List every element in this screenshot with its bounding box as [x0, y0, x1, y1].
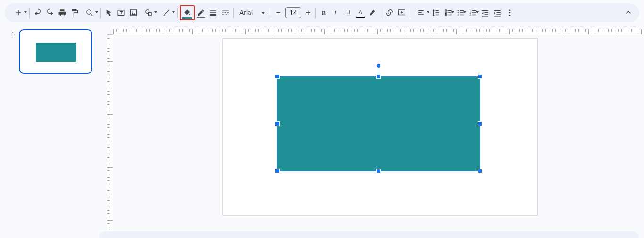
insert-link-button[interactable] [383, 7, 396, 19]
svg-point-23 [509, 15, 511, 16]
more-options-button[interactable] [504, 7, 516, 19]
separator [177, 8, 178, 18]
rotation-handle[interactable] [376, 63, 381, 68]
new-slide-button[interactable] [9, 7, 27, 19]
svg-rect-13 [445, 12, 446, 14]
border-dash-button[interactable] [219, 7, 231, 19]
resize-handle-w[interactable] [275, 121, 280, 126]
undo-button[interactable] [32, 7, 44, 19]
slide-number: 1 [11, 31, 15, 38]
resize-handle-sw[interactable] [275, 169, 280, 173]
separator [381, 8, 381, 18]
border-color-swatch [197, 17, 205, 18]
svg-rect-14 [445, 14, 446, 16]
separator [100, 8, 101, 18]
resize-handle-ne[interactable] [478, 74, 482, 79]
align-button[interactable] [412, 7, 430, 19]
bulleted-list-button[interactable] [454, 7, 467, 19]
border-color-button[interactable] [195, 7, 207, 19]
svg-text:I: I [334, 10, 336, 17]
decrease-font-button[interactable]: − [273, 8, 283, 18]
increase-font-button[interactable]: + [303, 8, 314, 18]
svg-point-6 [189, 14, 190, 15]
bottom-bar [99, 231, 639, 238]
separator [29, 8, 30, 18]
border-weight-button[interactable] [207, 7, 219, 19]
fill-color-button[interactable] [180, 5, 195, 20]
bold-button[interactable]: B [318, 7, 330, 19]
thumbnail-shape [36, 43, 76, 62]
line-button[interactable] [157, 7, 175, 19]
svg-rect-12 [445, 10, 446, 11]
svg-point-0 [87, 10, 91, 14]
svg-point-4 [146, 10, 149, 14]
slide-thumbnail-panel: 1 [0, 27, 99, 238]
paint-format-button[interactable] [68, 7, 81, 19]
svg-text:U: U [347, 9, 350, 15]
italic-button[interactable]: I [330, 7, 342, 19]
font-size-group: − + [273, 7, 314, 18]
text-color-swatch [356, 17, 365, 18]
decrease-indent-button[interactable] [479, 7, 491, 19]
redo-button[interactable] [44, 7, 56, 19]
svg-text:A: A [359, 9, 363, 15]
shape-button[interactable] [140, 7, 157, 19]
text-color-button[interactable]: A [355, 7, 367, 19]
canvas-area[interactable] [113, 35, 644, 238]
font-size-input[interactable] [285, 7, 301, 18]
svg-point-3 [132, 11, 133, 12]
toolbar: Arial − + B I U A [5, 3, 639, 22]
insert-comment-button[interactable] [396, 7, 408, 19]
svg-point-16 [458, 12, 459, 13]
svg-point-17 [458, 14, 459, 15]
resize-handle-n[interactable] [376, 74, 381, 79]
slide-canvas[interactable] [223, 39, 537, 215]
separator [410, 8, 410, 18]
font-select[interactable]: Arial [236, 7, 269, 19]
svg-text:3: 3 [470, 14, 471, 16]
numbered-list-button[interactable]: 123 [467, 7, 479, 19]
checklist-button[interactable] [442, 7, 454, 19]
font-name-label: Arial [239, 9, 253, 17]
slide-thumbnail-1[interactable] [19, 29, 92, 74]
select-tool-button[interactable] [103, 7, 115, 19]
fill-color-swatch [182, 17, 192, 19]
textbox-button[interactable] [115, 7, 127, 19]
collapse-toolbar-button[interactable] [622, 7, 635, 19]
resize-handle-se[interactable] [478, 169, 482, 173]
separator [233, 8, 234, 18]
resize-handle-nw[interactable] [275, 74, 280, 79]
underline-button[interactable]: U [342, 7, 355, 19]
separator [271, 8, 271, 18]
image-button[interactable] [127, 7, 140, 19]
increase-indent-button[interactable] [491, 7, 504, 19]
resize-handle-e[interactable] [478, 121, 482, 126]
svg-text:B: B [322, 10, 326, 17]
highlight-color-button[interactable] [367, 7, 379, 19]
ruler-corner [107, 29, 113, 35]
svg-point-21 [509, 9, 511, 11]
line-spacing-button[interactable] [430, 7, 442, 19]
svg-point-15 [458, 10, 459, 11]
zoom-button[interactable] [81, 7, 99, 19]
separator [315, 8, 316, 18]
print-button[interactable] [56, 7, 68, 19]
resize-handle-s[interactable] [376, 169, 381, 173]
svg-point-22 [509, 12, 511, 14]
selected-rectangle-shape[interactable] [277, 76, 480, 171]
